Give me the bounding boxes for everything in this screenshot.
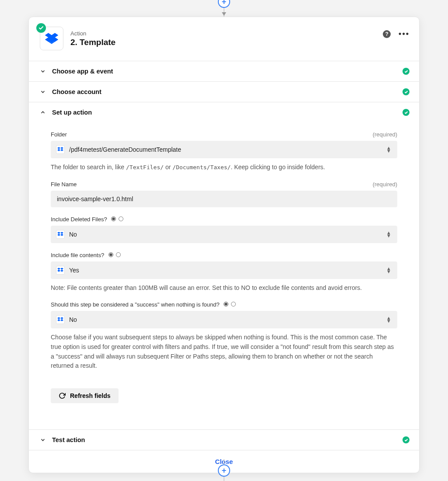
arrow-down-icon: [222, 12, 226, 16]
svg-marker-15: [57, 270, 60, 272]
file-name-input[interactable]: invoivce-sample-ver1.0.html: [51, 191, 397, 207]
section-complete-icon: [402, 436, 410, 443]
field-file-name: File Name (required) invoivce-sample-ver…: [51, 181, 397, 207]
dropbox-icon: [45, 32, 58, 45]
chevron-up-icon: [40, 109, 46, 115]
select-arrows-icon: ▲▼: [386, 146, 391, 153]
section-title: Set up action: [52, 109, 92, 116]
section-choose-app: Choose app & event: [29, 61, 419, 81]
svg-marker-16: [60, 270, 63, 272]
field-label: Folder: [51, 131, 67, 138]
svg-marker-6: [60, 147, 63, 149]
help-text-part: . Keep clicking to go inside folders.: [231, 164, 325, 171]
chevron-down-icon: [40, 89, 46, 95]
svg-marker-8: [60, 149, 63, 151]
include-contents-help: Note: File contents greater than 100MB w…: [51, 283, 397, 293]
success-empty-value: No: [69, 316, 77, 323]
field-mode-radios[interactable]: [224, 302, 236, 307]
field-include-deleted: Include Deleted Files? No ▲▼: [51, 216, 397, 243]
field-label-row: File Name (required): [51, 181, 397, 188]
status-check-badge: [36, 23, 46, 33]
section-header-choose-app[interactable]: Choose app & event: [29, 61, 419, 81]
folder-select[interactable]: /pdf4metest/GenerateDocumentTemplate ▲▼: [51, 141, 397, 158]
field-label-row: Include file contents?: [51, 252, 397, 258]
folder-value: /pdf4metest/GenerateDocumentTemplate: [69, 146, 181, 153]
svg-marker-14: [60, 268, 63, 270]
section-title: Choose app & event: [52, 68, 113, 75]
chevron-down-icon: [40, 437, 46, 443]
field-include-contents: Include file contents? Yes ▲▼ Note: File…: [51, 252, 397, 293]
field-mode-radios[interactable]: [108, 252, 121, 257]
svg-marker-7: [57, 149, 60, 151]
refresh-label: Refresh fields: [70, 392, 111, 399]
field-label: File Name: [51, 181, 77, 188]
more-menu-icon[interactable]: •••: [399, 29, 410, 38]
section-body-setup: Folder (required) /pdf4metest/GenerateDo…: [29, 131, 419, 429]
action-card: Action 2. Template ? ••• Choose app & ev…: [28, 17, 420, 473]
section-header-choose-account[interactable]: Choose account: [29, 82, 419, 102]
help-text-part: The folder to search in, like: [51, 164, 126, 171]
section-header-setup-action[interactable]: Set up action: [29, 102, 419, 122]
field-label-row: Should this step be considered a "succes…: [51, 301, 397, 308]
field-mode-radios[interactable]: [111, 216, 123, 221]
include-deleted-value: No: [69, 231, 77, 238]
svg-marker-12: [60, 234, 63, 236]
svg-marker-11: [57, 234, 60, 236]
section-choose-account: Choose account: [29, 81, 419, 102]
folder-help-text: The folder to search in, like /TextFiles…: [51, 163, 397, 172]
svg-marker-10: [60, 232, 63, 234]
help-code: /TextFiles/: [126, 164, 164, 171]
svg-marker-19: [57, 319, 60, 321]
field-label-row: Include Deleted Files?: [51, 216, 397, 223]
field-label: Include Deleted Files?: [51, 216, 123, 223]
dropbox-mini-icon: [56, 266, 65, 275]
include-contents-value: Yes: [69, 267, 79, 274]
include-contents-select[interactable]: Yes ▲▼: [51, 261, 397, 279]
select-arrows-icon: ▲▼: [386, 231, 391, 237]
refresh-icon: [59, 392, 66, 399]
action-label: Action: [70, 30, 116, 37]
section-complete-icon: [402, 88, 410, 95]
help-icon[interactable]: ?: [383, 30, 391, 38]
svg-marker-5: [57, 147, 60, 149]
app-icon-container: [40, 27, 63, 50]
header-actions: ? •••: [383, 29, 410, 38]
field-label-row: Folder (required): [51, 131, 397, 138]
field-required: (required): [373, 181, 397, 188]
label-text: Should this step be considered a "succes…: [51, 301, 220, 308]
label-text: Include Deleted Files?: [51, 216, 107, 223]
dropbox-mini-icon: [56, 145, 65, 154]
field-label: Include file contents?: [51, 252, 121, 258]
field-required: (required): [373, 131, 397, 138]
success-empty-select[interactable]: No ▲▼: [51, 311, 397, 328]
help-code: /Documents/Taxes/: [172, 164, 231, 171]
svg-marker-20: [60, 319, 63, 321]
card-header: Action 2. Template ? •••: [29, 17, 419, 61]
dropbox-mini-icon: [56, 230, 65, 239]
section-complete-icon: [402, 109, 410, 116]
section-test-action: Test action: [29, 429, 419, 450]
chevron-down-icon: [40, 68, 46, 74]
include-deleted-select[interactable]: No ▲▼: [51, 226, 397, 243]
section-title: Choose account: [52, 88, 102, 95]
dropbox-mini-icon: [56, 315, 65, 324]
refresh-fields-button[interactable]: Refresh fields: [51, 388, 119, 403]
field-label: Should this step be considered a "succes…: [51, 301, 236, 308]
select-arrows-icon: ▲▼: [386, 267, 391, 273]
svg-marker-13: [57, 268, 60, 270]
help-text-part: or: [164, 164, 172, 171]
add-step-bottom-button[interactable]: +: [218, 464, 230, 477]
section-setup-action: Set up action Folder (required) /pdf4met…: [29, 102, 419, 429]
field-success-empty: Should this step be considered a "succes…: [51, 301, 397, 371]
svg-marker-17: [57, 317, 60, 320]
svg-marker-18: [60, 317, 63, 320]
field-folder: Folder (required) /pdf4metest/GenerateDo…: [51, 131, 397, 172]
label-text: Include file contents?: [51, 252, 104, 258]
success-empty-help: Choose false if you want subsequent step…: [51, 333, 397, 371]
section-title: Test action: [52, 436, 85, 443]
section-header-test-action[interactable]: Test action: [29, 430, 419, 450]
add-step-top-button[interactable]: +: [218, 0, 230, 8]
header-text: Action 2. Template: [70, 30, 116, 47]
action-title: 2. Template: [70, 38, 116, 47]
svg-marker-9: [57, 232, 60, 234]
